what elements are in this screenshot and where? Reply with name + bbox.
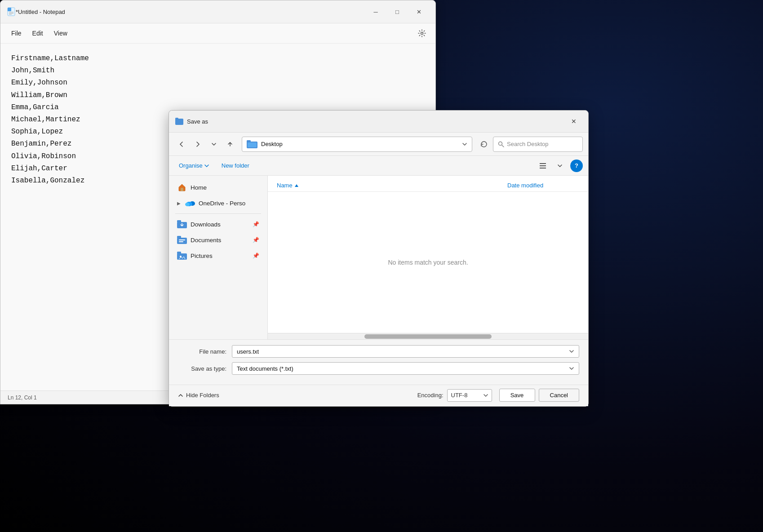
menu-view[interactable]: View (49, 28, 73, 39)
new-folder-button[interactable]: New folder (217, 160, 254, 171)
svg-rect-24 (179, 239, 185, 240)
sidebar-item-documents[interactable]: Documents 📌 (171, 232, 266, 248)
filetype-dropdown-icon (569, 366, 574, 371)
onedrive-icon (185, 199, 195, 208)
menu-edit[interactable]: Edit (27, 28, 49, 39)
col-name-label: Name (277, 182, 293, 189)
dialog-navbar: Desktop Search Desktop (169, 133, 588, 156)
search-placeholder: Search Desktop (507, 141, 549, 147)
horizontal-scrollbar[interactable] (268, 333, 588, 339)
filetype-row: Save as type: Text documents (*.txt) (178, 362, 579, 375)
forward-button[interactable] (191, 137, 205, 151)
address-chevron-icon (462, 142, 467, 147)
view-list-icon (539, 162, 546, 169)
notepad-titlebar: *Untitled - Notepad ─ □ ✕ (0, 0, 435, 23)
dropdown-button[interactable] (207, 137, 221, 151)
back-button[interactable] (174, 137, 189, 151)
svg-rect-15 (540, 168, 546, 168)
hscrollbar-thumb[interactable] (364, 334, 492, 339)
svg-rect-25 (179, 241, 183, 242)
close-button[interactable]: ✕ (408, 5, 429, 18)
dialog-titlebar: Save as ✕ (169, 111, 588, 133)
dialog-bottom-fields: File name: users.txt Save as type: Text … (169, 339, 588, 385)
view-dropdown-button[interactable] (553, 160, 567, 172)
dialog-toolbar: Organise New folder ? (169, 156, 588, 176)
menu-file[interactable]: File (6, 28, 27, 39)
svg-rect-14 (540, 165, 546, 166)
organise-label: Organise (179, 162, 203, 169)
filename-input[interactable]: users.txt (232, 345, 579, 358)
filetype-value: Text documents (*.txt) (237, 365, 569, 372)
svg-rect-13 (540, 163, 546, 164)
view-button[interactable] (536, 160, 550, 172)
documents-pin-icon: 📌 (253, 237, 259, 243)
search-icon (498, 141, 504, 147)
refresh-icon (480, 141, 488, 148)
forward-icon (195, 141, 201, 147)
col-name-header[interactable]: Name (277, 182, 507, 189)
encoding-value: UTF-8 (451, 392, 484, 399)
address-bar[interactable]: Desktop (242, 137, 472, 152)
up-button[interactable] (223, 137, 237, 151)
gear-icon (418, 29, 426, 37)
hide-folders-label: Hide Folders (186, 392, 219, 399)
save-as-dialog: Save as ✕ (169, 110, 589, 407)
notepad-menubar: File Edit View (0, 23, 435, 44)
search-bar[interactable]: Search Desktop (493, 137, 583, 152)
svg-rect-26 (177, 253, 187, 260)
encoding-chevron-icon (484, 393, 488, 398)
maximize-button[interactable]: □ (387, 5, 408, 18)
documents-folder-icon (177, 235, 187, 244)
filelist-header: Name Date modified (268, 176, 588, 192)
downloads-folder-icon (177, 220, 187, 229)
filetype-input[interactable]: Text documents (*.txt) (232, 362, 579, 375)
dialog-close-button[interactable]: ✕ (566, 115, 582, 128)
svg-rect-21 (177, 220, 181, 222)
encoding-select[interactable]: UTF-8 (447, 389, 492, 402)
sidebar-pictures-label: Pictures (191, 253, 213, 259)
chevron-down-icon (211, 142, 217, 147)
save-button[interactable]: Save (499, 389, 535, 402)
empty-text: No items match your search. (388, 259, 468, 266)
col-date-header[interactable]: Date modified (507, 182, 579, 189)
sidebar-item-downloads[interactable]: Downloads 📌 (171, 217, 266, 232)
svg-rect-7 (175, 118, 178, 120)
dialog-main: Home ▶ OneDrive - Perso (169, 176, 588, 339)
back-icon (178, 141, 185, 147)
dialog-filelist: Name Date modified No items match your s… (268, 176, 588, 339)
filename-label: File name: (178, 348, 232, 355)
svg-rect-1 (8, 8, 11, 11)
sidebar-item-onedrive[interactable]: ▶ OneDrive - Perso (171, 195, 266, 211)
cancel-button[interactable]: Cancel (539, 389, 579, 402)
svg-rect-27 (177, 252, 181, 254)
sidebar-item-home[interactable]: Home (171, 180, 266, 195)
svg-point-11 (499, 142, 502, 145)
svg-line-12 (502, 145, 504, 147)
sidebar-item-pictures[interactable]: Pictures 📌 (171, 248, 266, 263)
svg-rect-23 (177, 236, 181, 238)
notepad-app-icon (7, 7, 16, 16)
chevron-up-icon (178, 393, 183, 398)
hide-folders-button[interactable]: Hide Folders (178, 392, 219, 399)
sidebar-documents-label: Documents (191, 237, 221, 244)
minimize-button[interactable]: ─ (365, 5, 386, 18)
dialog-title-text: Save as (187, 118, 566, 125)
refresh-button[interactable] (477, 137, 491, 151)
filename-dropdown-icon (569, 349, 574, 354)
settings-button[interactable] (414, 25, 430, 41)
desktop-folder-icon (247, 140, 257, 148)
organise-button[interactable]: Organise (174, 160, 213, 171)
status-position: Ln 12, Col 1 (8, 395, 37, 401)
sidebar-onedrive-label: OneDrive - Perso (199, 200, 245, 207)
svg-point-19 (185, 203, 190, 206)
organise-chevron-icon (204, 164, 209, 168)
filetype-label: Save as type: (178, 365, 232, 372)
pictures-folder-icon (177, 251, 187, 260)
svg-rect-10 (248, 142, 257, 147)
pictures-pin-icon: 📌 (253, 253, 259, 259)
window-controls: ─ □ ✕ (365, 5, 429, 18)
dialog-sidebar: Home ▶ OneDrive - Perso (169, 176, 268, 339)
help-button[interactable]: ? (570, 160, 583, 172)
col-date-label: Date modified (507, 182, 543, 189)
notepad-title: *Untitled - Notepad (16, 9, 365, 15)
